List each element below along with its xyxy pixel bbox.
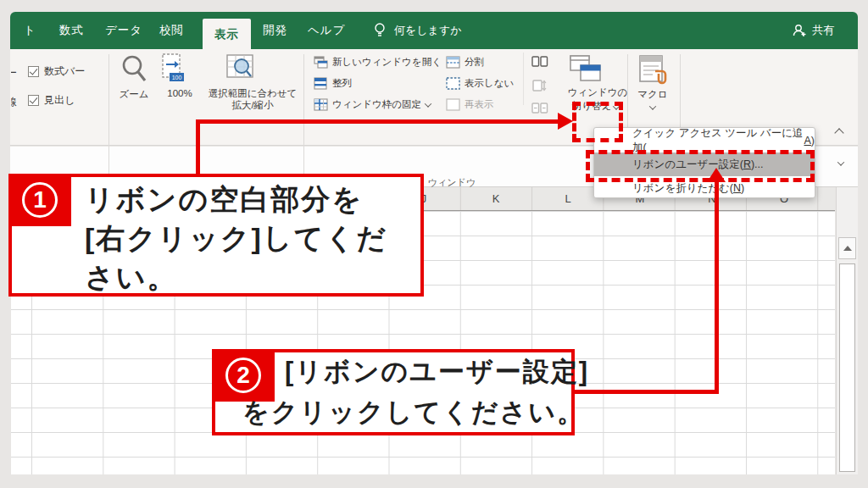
checkbox-headings[interactable]: 見出し: [28, 93, 75, 108]
step1-text-line3: さい。: [85, 258, 178, 297]
unhide-window-button[interactable]: 再表示: [446, 98, 494, 111]
hide-window-label: 表示しない: [465, 77, 514, 90]
cropped-label-fragment: 線: [11, 95, 17, 109]
chevron-down-icon: [425, 100, 431, 107]
annotation-step2-box: 2 [リボンのユーザー設定] をクリックしてください。: [212, 349, 575, 435]
vertical-scrollbar[interactable]: [836, 187, 858, 474]
tab-data[interactable]: データ: [105, 12, 142, 49]
new-window-label: 新しいウィンドウを開く: [332, 56, 442, 69]
scrollbar-thumb[interactable]: [839, 263, 855, 472]
unhide-window-label: 再表示: [465, 98, 494, 111]
checkbox-checked-icon: [28, 95, 39, 106]
add-person-icon: [792, 23, 807, 38]
customize-ribbon-highlight-dashed-box: [586, 150, 815, 182]
arrange-all-icon: [314, 77, 328, 90]
new-window-icon: [314, 56, 328, 69]
menu-item-text: ): [741, 182, 744, 194]
share-label: 共有: [812, 23, 834, 38]
step2-text-line1: [リボンのユーザー設定]: [285, 354, 589, 390]
step2-text-line2: をクリックしてください。: [242, 395, 585, 430]
share-button[interactable]: 共有: [792, 12, 834, 49]
zoom-to-selection-label-2: 拡大/縮小: [193, 99, 312, 112]
freeze-panes-button[interactable]: ウィンドウ枠の固定: [314, 98, 431, 111]
switch-windows-icon: [568, 53, 604, 86]
freeze-panes-icon: [314, 98, 328, 111]
lightbulb-icon: [373, 22, 387, 39]
ribbon-tab-bar: ト 数式 データ 校閲 表示 開発 ヘルプ 何をしますか 共有: [10, 12, 858, 49]
group-separator: [303, 54, 304, 180]
hide-window-button[interactable]: 表示しない: [446, 77, 514, 90]
tab-partial-layout[interactable]: ト: [24, 12, 36, 49]
zoom-button-label: ズーム: [117, 88, 151, 101]
checkbox-formula-bar[interactable]: 数式バー: [28, 64, 85, 79]
checkbox-headings-label: 見出し: [44, 93, 75, 108]
step2-number: 2: [225, 358, 261, 393]
step1-number-badge: 1: [8, 174, 71, 226]
step1-number: 1: [22, 182, 58, 218]
menu-item-accesskey: N: [733, 182, 741, 194]
tell-me-label: 何をしますか: [394, 23, 462, 38]
checkbox-formula-bar-label: 数式バー: [44, 64, 85, 79]
collapse-ribbon-icon[interactable]: [834, 128, 843, 137]
tab-view-selected[interactable]: 表示: [203, 19, 251, 51]
scroll-up-button[interactable]: [838, 237, 856, 259]
callout2-line-vertical: [715, 180, 719, 394]
view-side-by-side-icon[interactable]: [531, 55, 548, 69]
callout1-arrowhead: [558, 113, 573, 130]
switch-windows-highlight-dashed-box: [572, 102, 623, 142]
step1-text-line2: [右クリック]してくだ: [85, 219, 387, 258]
mini-separator: [523, 53, 524, 105]
expand-formula-bar-icon[interactable]: [837, 158, 844, 165]
synchronous-scrolling-icon[interactable]: [531, 79, 548, 92]
column-header[interactable]: L: [555, 192, 581, 205]
column-header[interactable]: K: [483, 192, 509, 205]
zoom-100-icon: 100: [159, 53, 186, 83]
svg-text:100: 100: [172, 75, 182, 80]
tab-help[interactable]: ヘルプ: [308, 12, 345, 49]
arrange-all-button[interactable]: 整列: [314, 77, 352, 90]
zoom-to-selection-icon: [225, 53, 256, 80]
checkbox-checked-icon: [28, 66, 39, 77]
split-icon: [446, 56, 460, 69]
callout2-line-horizontal: [573, 390, 719, 394]
zoom-to-selection-label-1: 選択範囲に合わせて: [193, 87, 312, 100]
cropped-label-fragment: ー: [11, 66, 17, 80]
split-button[interactable]: 分割: [446, 56, 484, 69]
macros-icon: [636, 53, 670, 86]
tab-developer[interactable]: 開発: [263, 12, 287, 49]
tab-formulas[interactable]: 数式: [59, 12, 84, 49]
reset-window-position-icon[interactable]: [531, 102, 548, 115]
callout1-line-vertical: [196, 121, 200, 175]
magnifier-icon: [120, 54, 147, 83]
macros-label: マクロ: [634, 88, 671, 101]
new-window-button[interactable]: 新しいウィンドウを開く: [314, 56, 442, 69]
tell-me-search[interactable]: 何をしますか: [373, 12, 462, 49]
unhide-window-icon: [446, 98, 460, 111]
menu-item-add-to-qat[interactable]: クイック アクセス ツール バーに追加(A): [594, 129, 815, 152]
group-separator: [108, 54, 109, 180]
step1-text-line1: リボンの空白部分を: [85, 180, 363, 219]
menu-item-text: ): [811, 135, 815, 147]
chevron-down-icon: [649, 103, 656, 109]
tab-review[interactable]: 校閲: [159, 12, 184, 49]
freeze-panes-label: ウィンドウ枠の固定: [332, 98, 421, 111]
callout1-line-horizontal: [196, 119, 559, 124]
hide-window-icon: [446, 77, 460, 90]
step2-number-badge: 2: [212, 349, 275, 402]
menu-item-accesskey: A: [804, 135, 810, 147]
annotation-step1-box: 1 リボンの空白部分を [右クリック]してくだ さい。: [8, 174, 424, 297]
arrange-all-label: 整列: [332, 77, 352, 90]
split-label: 分割: [465, 56, 484, 69]
